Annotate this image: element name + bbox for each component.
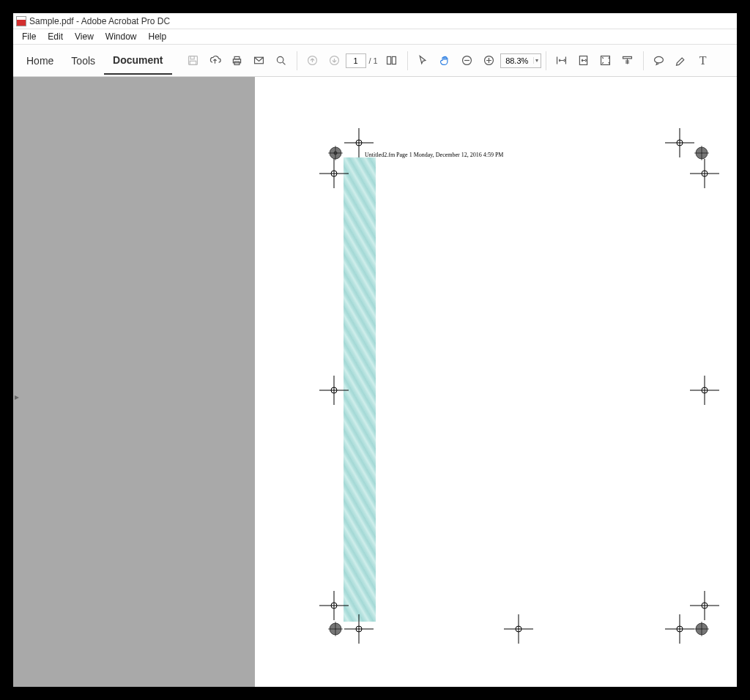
comment-icon[interactable] <box>648 50 670 72</box>
document-viewport[interactable]: Untitled2.fm Page 1 Monday, December 12,… <box>255 77 737 687</box>
fullscreen-icon[interactable] <box>595 50 617 72</box>
zoom-value: 88.3% <box>501 56 533 65</box>
window-title: Sample.pdf - Adobe Acrobat Pro DC <box>29 16 170 26</box>
toolbar: Home Tools Document / 1 88.3% ▾ <box>13 45 737 77</box>
crop-mark-icon <box>690 159 719 188</box>
tab-document[interactable]: Document <box>104 47 171 75</box>
svg-point-7 <box>277 56 283 63</box>
registration-circle-icon <box>328 622 343 636</box>
zoom-out-icon[interactable] <box>456 50 478 72</box>
menu-view[interactable]: View <box>69 30 100 43</box>
page-layout-icon[interactable] <box>381 50 403 72</box>
tab-home[interactable]: Home <box>18 48 62 74</box>
read-mode-icon[interactable] <box>617 50 639 72</box>
pdf-page: Untitled2.fm Page 1 Monday, December 12,… <box>255 77 737 687</box>
crop-mark-icon <box>665 128 694 157</box>
email-icon[interactable] <box>248 50 270 72</box>
chevron-down-icon: ▾ <box>533 57 541 64</box>
svg-rect-10 <box>387 56 391 64</box>
crop-mark-icon <box>319 376 349 405</box>
zoom-in-icon[interactable] <box>478 50 500 72</box>
svg-point-17 <box>655 56 664 63</box>
app-window: Sample.pdf - Adobe Acrobat Pro DC File E… <box>13 13 737 687</box>
separator <box>643 51 644 70</box>
svg-rect-2 <box>190 61 196 64</box>
separator <box>407 51 408 70</box>
menu-help[interactable]: Help <box>143 30 173 43</box>
text-icon[interactable]: T <box>692 50 714 72</box>
page-number-input[interactable] <box>346 53 366 68</box>
separator <box>297 51 297 70</box>
crop-mark-icon <box>344 614 374 644</box>
registration-circle-icon <box>694 146 709 160</box>
highlight-icon[interactable] <box>670 50 692 72</box>
separator <box>546 51 546 70</box>
crop-mark-icon <box>690 591 719 620</box>
page-up-icon[interactable] <box>302 50 324 72</box>
page-down-icon[interactable] <box>324 50 346 72</box>
expand-panel-icon[interactable]: ▸ <box>13 382 21 412</box>
pointer-icon[interactable] <box>412 50 434 72</box>
svg-rect-11 <box>393 56 396 64</box>
fit-page-icon[interactable] <box>573 50 595 72</box>
content-area: ▸ Untitled2.fm Page 1 Monday, December 1… <box>13 77 737 687</box>
crop-mark-icon <box>504 614 533 644</box>
hand-icon[interactable] <box>434 50 456 72</box>
print-icon[interactable] <box>226 50 248 72</box>
crop-mark-icon <box>344 128 374 157</box>
registration-circle-icon <box>694 622 709 636</box>
crop-mark-icon <box>319 159 349 188</box>
fit-width-icon[interactable] <box>551 50 573 72</box>
titlebar: Sample.pdf - Adobe Acrobat Pro DC <box>13 13 737 29</box>
document-header-text: Untitled2.fm Page 1 Monday, December 12,… <box>365 152 503 158</box>
svg-rect-4 <box>234 56 240 59</box>
page-total: / 1 <box>366 56 381 65</box>
crop-mark-icon <box>690 376 719 405</box>
registration-circle-icon <box>328 146 343 160</box>
side-panel: ▸ <box>13 77 255 687</box>
svg-rect-16 <box>623 56 632 59</box>
pdf-icon <box>16 16 26 26</box>
menubar: File Edit View Window Help <box>13 29 737 45</box>
save-icon[interactable] <box>182 50 204 72</box>
cloud-upload-icon[interactable] <box>204 50 226 72</box>
tab-tools[interactable]: Tools <box>62 48 104 74</box>
menu-file[interactable]: File <box>16 30 42 43</box>
zoom-select[interactable]: 88.3% ▾ <box>500 53 541 68</box>
search-icon[interactable] <box>270 50 292 72</box>
svg-rect-1 <box>190 56 194 59</box>
menu-window[interactable]: Window <box>100 30 143 43</box>
menu-edit[interactable]: Edit <box>42 30 69 43</box>
